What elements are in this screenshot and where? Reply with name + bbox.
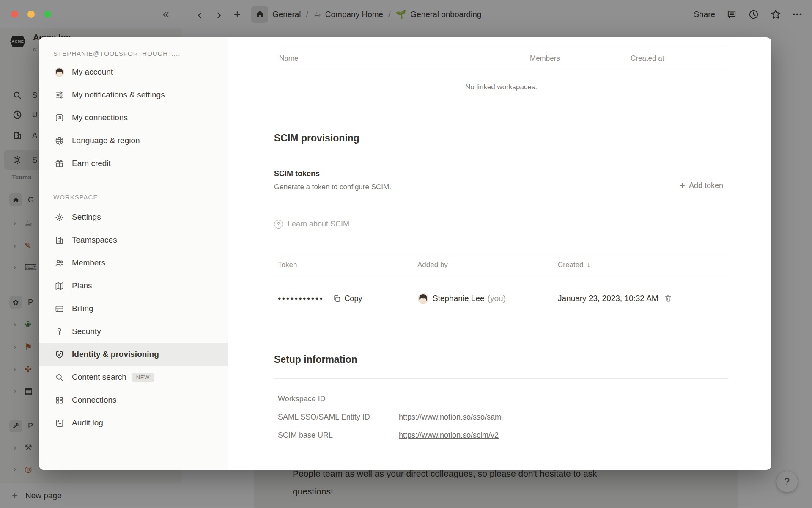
- column-created-at: Created at: [631, 47, 664, 70]
- created-timestamp: January 23, 2023, 10:32 AM: [558, 294, 658, 303]
- plus-icon: +: [680, 181, 685, 190]
- settings-nav-earn-credit[interactable]: Earn credit: [39, 152, 228, 175]
- token-table-header: Token Added by Created ↓: [274, 254, 728, 276]
- key-icon: [53, 327, 65, 337]
- setup-row-workspace-id: Workspace ID: [274, 390, 728, 408]
- avatar-icon: [53, 67, 65, 77]
- settings-modal: STEPHANIE@TOOLSFORTHOUGHT.... My account…: [39, 37, 771, 470]
- help-circle-icon: ?: [274, 220, 283, 229]
- settings-nav-identity-provisioning[interactable]: Identity & provisioning: [39, 343, 228, 366]
- shield-check-icon: [53, 350, 65, 359]
- sort-desc-icon: ↓: [587, 261, 590, 269]
- members-people-icon: [53, 258, 65, 268]
- settings-nav-my-account[interactable]: My account: [39, 61, 228, 83]
- settings-nav-notifications[interactable]: My notifications & settings: [39, 83, 228, 106]
- scim-tokens-title: SCIM tokens: [274, 169, 391, 178]
- add-token-button[interactable]: + Add token: [680, 179, 724, 191]
- setup-label: SAML SSO/SAML Entity ID: [278, 413, 399, 422]
- building-icon: [53, 235, 65, 245]
- column-added-by: Added by: [417, 254, 448, 276]
- setup-label: Workspace ID: [278, 395, 399, 403]
- setup-row-saml-entity-id: SAML SSO/SAML Entity ID https://www.noti…: [274, 408, 728, 426]
- settings-nav-teamspaces[interactable]: Teamspaces: [39, 229, 228, 251]
- settings-nav-language-region[interactable]: Language & region: [39, 129, 228, 152]
- settings-nav-audit-log[interactable]: Audit log: [39, 411, 228, 434]
- settings-nav-billing[interactable]: Billing: [39, 297, 228, 320]
- column-token: Token: [278, 254, 297, 276]
- copy-icon: [333, 294, 341, 303]
- column-members: Members: [530, 47, 560, 70]
- globe-icon: [53, 136, 65, 146]
- copy-token-button[interactable]: Copy: [333, 294, 362, 303]
- gift-icon: [53, 159, 65, 168]
- token-cell: ••••••••••• Copy: [278, 275, 362, 322]
- column-name: Name: [279, 47, 298, 70]
- settings-nav-plans[interactable]: Plans: [39, 274, 228, 297]
- scroll-icon: [53, 418, 65, 428]
- scim-provisioning-heading: SCIM provisioning: [274, 131, 359, 145]
- close-window-button[interactable]: [11, 11, 18, 18]
- grid-icon: [53, 395, 65, 405]
- avatar-icon: [417, 293, 429, 304]
- setup-information-heading: Setup information: [274, 353, 357, 366]
- settings-sidebar: STEPHANIE@TOOLSFORTHOUGHT.... My account…: [39, 37, 228, 470]
- external-link-icon: [53, 113, 65, 123]
- app-window: « ‹ › + General / ☕ Company Home / 🌱 Gen…: [0, 0, 812, 508]
- new-badge: NEW: [132, 373, 154, 382]
- added-by-you-suffix: (you): [488, 294, 506, 303]
- section-divider: [274, 378, 728, 379]
- zoom-window-button[interactable]: [44, 11, 51, 18]
- setup-row-scim-base-url: SCIM base URL https://www.notion.so/scim…: [274, 426, 728, 444]
- sliders-icon: [53, 90, 65, 100]
- created-cell: January 23, 2023, 10:32 AM: [558, 275, 672, 322]
- credit-card-icon: [53, 304, 65, 314]
- account-email-header: STEPHANIE@TOOLSFORTHOUGHT....: [53, 50, 217, 57]
- minimize-window-button[interactable]: [27, 11, 35, 18]
- delete-token-button[interactable]: [664, 294, 672, 303]
- token-table-row: ••••••••••• Copy Stephanie Lee (you) Jan…: [274, 275, 728, 322]
- saml-sso-link[interactable]: https://www.notion.so/sso/saml: [399, 413, 503, 422]
- section-divider: [274, 157, 728, 157]
- setup-label: SCIM base URL: [278, 431, 399, 440]
- trash-icon: [664, 294, 672, 303]
- empty-state-text: No linked workspaces.: [274, 77, 728, 97]
- setup-information-rows: Workspace ID SAML SSO/SAML Entity ID htt…: [274, 390, 728, 444]
- settings-content: Name Members Created at No linked worksp…: [228, 37, 771, 470]
- scim-tokens-block: SCIM tokens Generate a token to configur…: [274, 169, 391, 191]
- column-created-sortable[interactable]: Created ↓: [558, 254, 590, 276]
- scim-base-url-link[interactable]: https://www.notion.so/scim/v2: [399, 431, 499, 440]
- gear-icon: [53, 213, 65, 222]
- map-icon: [53, 281, 65, 291]
- settings-nav-connections[interactable]: Connections: [39, 389, 228, 411]
- settings-nav-content-search[interactable]: Content search NEW: [39, 366, 228, 389]
- scim-tokens-description: Generate a token to configure SCIM.: [274, 183, 391, 191]
- settings-nav-my-connections[interactable]: My connections: [39, 106, 228, 129]
- linked-workspaces-table-header: Name Members Created at: [274, 47, 728, 70]
- added-by-name: Stephanie Lee: [433, 294, 485, 303]
- settings-nav-members[interactable]: Members: [39, 251, 228, 274]
- added-by-cell: Stephanie Lee (you): [417, 275, 506, 322]
- masked-token-value: •••••••••••: [278, 293, 324, 304]
- learn-about-scim-link[interactable]: ? Learn about SCIM: [274, 218, 349, 229]
- settings-nav-settings[interactable]: Settings: [39, 206, 228, 229]
- search-icon: [53, 373, 65, 382]
- workspace-section-header: WORKSPACE: [53, 193, 228, 203]
- settings-nav-security[interactable]: Security: [39, 320, 228, 343]
